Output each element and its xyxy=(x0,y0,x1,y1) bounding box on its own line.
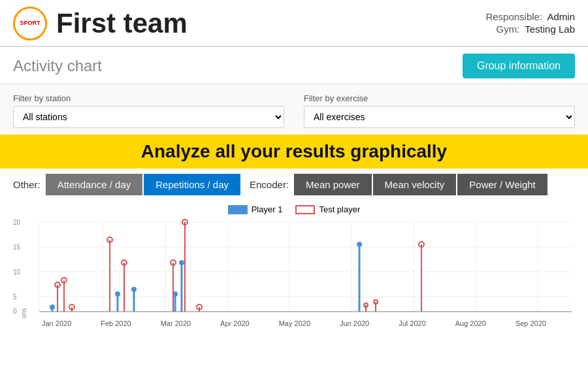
chart-legend: Player 1 Test player xyxy=(13,201,575,217)
exercise-filter-label: Filter by exercise xyxy=(304,93,575,103)
x-label-jan: Jan 2020 xyxy=(42,319,71,327)
gym-value: Testing Lab xyxy=(525,24,575,35)
svg-text:Number of repetitions: Number of repetitions xyxy=(20,308,27,318)
tab-mean-velocity[interactable]: Mean velocity xyxy=(373,174,457,195)
x-label-may: May 2020 xyxy=(279,319,310,327)
chart-area: Player 1 Test player 20 15 10 5 0 xyxy=(0,201,588,327)
header-info: Responsible: Admin Gym: Testing Lab xyxy=(485,11,575,36)
group-info-button[interactable]: Group information xyxy=(463,54,575,78)
page-header: SPORT First team Responsible: Admin Gym:… xyxy=(0,0,588,47)
exercise-filter-group: Filter by exercise All exercises xyxy=(304,93,575,128)
promo-banner: Analyze all your results graphically xyxy=(0,135,588,169)
activity-row: Activity chart Group information xyxy=(0,47,588,84)
svg-point-22 xyxy=(50,304,55,310)
header-left: SPORT First team xyxy=(13,7,188,41)
x-label-sep: Sep 2020 xyxy=(515,319,546,327)
chart-container: 20 15 10 5 0 Number of repetition xyxy=(13,217,575,318)
tab-power-weight[interactable]: Power / Weight xyxy=(457,174,547,195)
station-filter-select[interactable]: All stations xyxy=(13,106,284,128)
x-label-feb: Feb 2020 xyxy=(101,319,131,327)
x-label-jun: Jun 2020 xyxy=(340,319,369,327)
svg-text:5: 5 xyxy=(13,293,17,301)
responsible-value: Admin xyxy=(547,11,575,22)
chart-x-labels: Jan 2020 Feb 2020 Mar 2020 Apr 2020 May … xyxy=(13,318,575,327)
svg-text:20: 20 xyxy=(13,219,21,226)
svg-point-26 xyxy=(131,287,137,292)
filter-row: Filter by station All stations Filter by… xyxy=(0,84,588,135)
x-label-apr: Apr 2020 xyxy=(220,319,250,327)
activity-title: Activity chart xyxy=(13,57,102,75)
other-label: Other: xyxy=(13,179,41,190)
legend-test-player-label: Test player xyxy=(319,204,360,214)
svg-text:10: 10 xyxy=(13,269,21,276)
legend-player1: Player 1 xyxy=(228,204,283,214)
x-label-mar: Mar 2020 xyxy=(161,319,191,327)
svg-point-24 xyxy=(115,291,120,297)
tabs-row: Other: Attendance / day Repetitions / da… xyxy=(0,169,588,201)
logo-icon: SPORT xyxy=(13,7,47,41)
station-filter-group: Filter by station All stations xyxy=(13,93,284,128)
exercise-filter-select[interactable]: All exercises xyxy=(304,106,575,128)
encoder-label: Encoder: xyxy=(250,179,289,190)
x-label-aug: Aug 2020 xyxy=(455,319,486,327)
legend-test-player-color xyxy=(295,205,315,214)
station-filter-label: Filter by station xyxy=(13,93,284,103)
chart-svg: 20 15 10 5 0 Number of repetition xyxy=(13,217,575,318)
svg-text:0: 0 xyxy=(13,308,17,315)
svg-point-32 xyxy=(357,242,362,247)
legend-test-player: Test player xyxy=(295,204,360,214)
team-name: First team xyxy=(56,8,188,39)
legend-player1-label: Player 1 xyxy=(252,204,283,214)
responsible-label: Responsible: xyxy=(485,11,542,22)
x-label-jul: Jul 2020 xyxy=(399,319,426,327)
gym-label: Gym: xyxy=(497,24,520,35)
legend-player1-color xyxy=(228,205,248,214)
tab-attendance-day[interactable]: Attendance / day xyxy=(46,174,143,195)
tab-repetitions-day[interactable]: Repetitions / day xyxy=(144,174,240,195)
svg-point-30 xyxy=(179,260,184,265)
tab-mean-power[interactable]: Mean power xyxy=(294,174,372,195)
svg-text:15: 15 xyxy=(13,244,21,251)
